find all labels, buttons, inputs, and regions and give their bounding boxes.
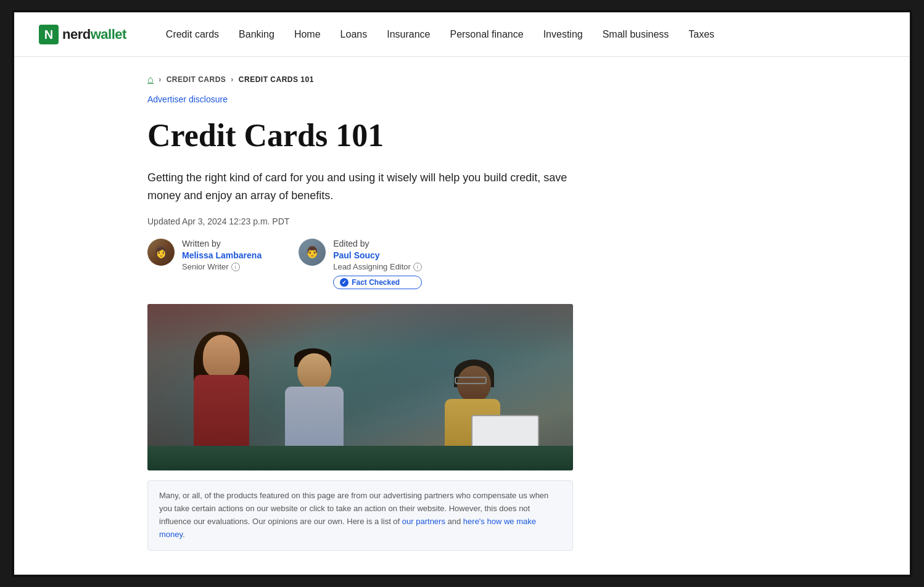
browser-frame: N nerdwallet Credit cards Banking Home L… bbox=[12, 10, 912, 577]
nav-link-investing[interactable]: Investing bbox=[534, 12, 593, 57]
writer-info-icon[interactable]: i bbox=[231, 263, 240, 271]
advertiser-disclosure-link[interactable]: Advertiser disclosure bbox=[147, 94, 228, 104]
navigation-bar: N nerdwallet Credit cards Banking Home L… bbox=[14, 12, 910, 57]
nav-links-list: Credit cards Banking Home Loans Insuranc… bbox=[156, 12, 724, 57]
disclaimer-text-after: . bbox=[183, 530, 185, 539]
author-writer-name-link[interactable]: Melissa Lambarena bbox=[182, 250, 262, 260]
author-writer-role: Senior Writer i bbox=[182, 262, 262, 271]
author-row: 👩 Written by Melissa Lambarena Senior Wr… bbox=[147, 239, 777, 289]
seats-background bbox=[147, 446, 573, 470]
article-updated-date: Updated Apr 3, 2024 12:23 p.m. PDT bbox=[147, 216, 777, 226]
breadcrumb-separator-1: › bbox=[159, 75, 162, 84]
breadcrumb: ⌂ › CREDIT CARDS › CREDIT CARDS 101 bbox=[147, 57, 777, 94]
author-writer-avatar: 👩 bbox=[147, 239, 175, 266]
hero-image bbox=[147, 304, 573, 470]
breadcrumb-credit-cards-link[interactable]: CREDIT CARDS bbox=[167, 75, 226, 84]
nav-link-small-business[interactable]: Small business bbox=[593, 12, 679, 57]
author-writer-info: Written by Melissa Lambarena Senior Writ… bbox=[182, 239, 262, 271]
author-editor-block: 👨 Edited by Paul Soucy Lead Assigning Ed… bbox=[299, 239, 422, 289]
nav-link-loans[interactable]: Loans bbox=[331, 12, 377, 57]
nav-link-personal-finance[interactable]: Personal finance bbox=[440, 12, 533, 57]
svg-text:N: N bbox=[44, 28, 53, 41]
author-writer-block: 👩 Written by Melissa Lambarena Senior Wr… bbox=[147, 239, 262, 271]
fact-checked-label: Fact Checked bbox=[352, 278, 400, 287]
author-editor-avatar: 👨 bbox=[299, 239, 326, 266]
disclaimer-partners-link[interactable]: our partners bbox=[402, 517, 445, 526]
article-title: Credit Cards 101 bbox=[147, 117, 777, 154]
home-icon: ⌂ bbox=[147, 74, 154, 84]
breadcrumb-current: CREDIT CARDS 101 bbox=[239, 75, 314, 84]
nerdwallet-logo-icon: N bbox=[39, 25, 59, 44]
fact-checked-badge[interactable]: ✓ Fact Checked bbox=[333, 276, 422, 289]
author-editor-name-link[interactable]: Paul Soucy bbox=[333, 250, 422, 260]
edited-by-label: Edited by bbox=[333, 239, 422, 248]
nav-link-taxes[interactable]: Taxes bbox=[679, 12, 724, 57]
nav-link-banking[interactable]: Banking bbox=[229, 12, 284, 57]
advertiser-disclosure: Advertiser disclosure bbox=[147, 94, 777, 105]
author-editor-role: Lead Assigning Editor i bbox=[333, 262, 422, 271]
nav-link-home[interactable]: Home bbox=[284, 12, 331, 57]
fact-check-checkmark-icon: ✓ bbox=[340, 278, 349, 287]
logo-link[interactable]: N nerdwallet bbox=[39, 25, 126, 44]
author-editor-info: Edited by Paul Soucy Lead Assigning Edit… bbox=[333, 239, 422, 289]
logo-text: nerdwallet bbox=[62, 27, 126, 43]
nav-link-insurance[interactable]: Insurance bbox=[377, 12, 440, 57]
disclaimer-text-middle: and bbox=[445, 517, 463, 526]
hero-scene bbox=[147, 304, 573, 470]
editor-info-icon[interactable]: i bbox=[413, 263, 422, 271]
written-by-label: Written by bbox=[182, 239, 262, 248]
page-content: ⌂ › CREDIT CARDS › CREDIT CARDS 101 Adve… bbox=[123, 57, 801, 551]
nav-link-credit-cards[interactable]: Credit cards bbox=[156, 12, 229, 57]
article-subtitle: Getting the right kind of card for you a… bbox=[147, 169, 592, 205]
disclaimer-box: Many, or all, of the products featured o… bbox=[147, 480, 573, 550]
breadcrumb-separator-2: › bbox=[231, 75, 234, 84]
breadcrumb-home-link[interactable]: ⌂ bbox=[147, 74, 154, 85]
